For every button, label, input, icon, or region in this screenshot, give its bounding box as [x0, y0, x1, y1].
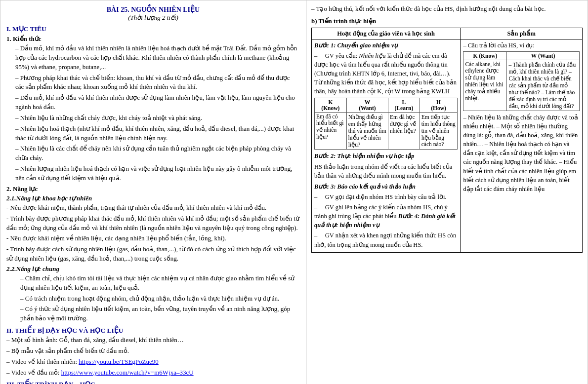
kienthuc-7: – Nhiên lượng nhiên liệu hoá thạch có hạ… — [6, 164, 300, 183]
nangluc-chung-3: – Có ý thức sử dụng nhiên liệu tiết kiệm… — [6, 305, 300, 323]
sanpham-intro: – Câu trả lời của HS, ví dụ: — [463, 41, 580, 50]
right-intro-b: b) Tiến trình thực hiện — [311, 17, 583, 26]
kwlh-table: K(Know) W(Want) L(Learn) H(How) Em đã có… — [314, 98, 458, 150]
subsection-kien-thuc: 1. Kiến thức — [6, 35, 300, 43]
step2-content: HS thảo luận trong nhóm để viết ra các h… — [314, 162, 458, 180]
kienthuc-5: – Nhiên liệu hoá thạch (như khí mỏ dầu, … — [6, 124, 300, 143]
left-column: BÀI 25. NGUỒN NHIÊN LIỆU (Thời lượng 2 t… — [0, 0, 306, 384]
page-subtitle: (Thời lượng 2 tiết) — [6, 14, 300, 22]
sanpham-inner-table: K (Know) W (Want) Các alkane, khí ethyle… — [463, 51, 580, 111]
step3-content1: – GV gọi đại diện nhóm HS trình bày câu … — [314, 192, 458, 201]
sp-k-header: K (Know) — [463, 51, 507, 60]
section-muc-tieu: I. MỤC TIÊU — [6, 25, 300, 33]
sub-subsection-chung: 2.2.Năng lực chung — [6, 265, 300, 273]
right-intro-text: – Tạo hứng thú, kết nối với kiến thức đã… — [311, 4, 583, 14]
thietbi-3: – Video về khí thiên nhiên: https://yout… — [6, 357, 300, 367]
subsection-nang-luc: 2. Năng lực — [6, 185, 300, 193]
sp-w-header: W (Want) — [507, 51, 580, 60]
thietbi-4: – Video về dầu mỏ: https://www.youtube.c… — [6, 368, 300, 378]
kwlh-row: Em đã có hiểu biết gì về nhiên liệu? Nhữ… — [314, 113, 457, 150]
kwlh-k-cell: Em đã có hiểu biết gì về nhiên liệu? — [314, 113, 346, 150]
activity-table: Hoạt động của giáo viên và học sinh Sản … — [311, 28, 583, 253]
kwlh-h-cell: Em tiếp tục tìm hiểu thông tin về nhiên … — [420, 113, 458, 150]
step4-content: – GV nhận xét và khen ngợi những kiến th… — [314, 231, 458, 249]
sp-row: Các alkane, khí ethylene được sử dụng là… — [463, 60, 580, 111]
kienthuc-3: – Dầu mỏ, khí mỏ dầu và khí thiên nhiên … — [6, 93, 300, 112]
sp-w-cell: – Thành phần chính của dầu mỏ, khí thiên… — [507, 60, 580, 111]
section-thiet-bi: II. THIẾT BỊ DẠY HỌC VÀ HỌC LIỆU — [6, 326, 300, 335]
step1-title: Bước 1: Chuyển giao nhiệm vụ — [314, 41, 458, 50]
table-row-main: Bước 1: Chuyển giao nhiệm vụ – GV yêu cầ… — [311, 39, 582, 252]
section-tien-trinh: III. TIẾN TRÌNH DẠY – HỌC — [6, 380, 300, 384]
nangluc-chung-2: – Có trách nhiệm trong hoạt động nhóm, c… — [6, 294, 300, 304]
thietbi-2: – Bộ mẫu vật sản phẩm chế biến từ dầu mỏ… — [6, 346, 300, 356]
step3-title: Bước 3: Báo cáo kết quả và thảo luận — [314, 182, 458, 191]
step3-content2: – GV ghi lên bảng các ý kiến của nhóm HS… — [314, 203, 458, 230]
kwlh-k-header: K(Know) — [314, 98, 346, 113]
hoat-dong-cell: Bước 1: Chuyển giao nhiệm vụ – GV yêu cầ… — [311, 39, 460, 252]
sp-k-cell: Các alkane, khí ethylene được sử dụng là… — [463, 60, 507, 111]
nangluc-chung-1: – Chăm chỉ, chịu khó tìm tòi tài liệu và… — [6, 274, 300, 293]
kwlh-l-header: L(Learn) — [388, 98, 420, 113]
sub-subsection-khtn: 2.1.Năng lực khoa học tự nhiên — [6, 194, 300, 202]
kienthuc-2: – Phương pháp khai thác và chế biến: kho… — [6, 74, 300, 92]
kienthuc-4: – Nhiên liệu là những chất cháy được, kh… — [6, 114, 300, 123]
sanpham-extra: – Nhiên liệu là những chất cháy được và … — [463, 113, 580, 193]
table-header-hoat-dong: Hoạt động của giáo viên và học sinh — [311, 28, 460, 39]
thietbi-1: – Một số hình ảnh: Gỗ, than đá, xăng, dầ… — [6, 336, 300, 345]
table-header-san-pham: Sản phẩm — [461, 28, 583, 39]
kwlh-w-header: W(Want) — [346, 98, 388, 113]
kienthuc-1: – Dầu mỏ, khí mỏ dầu và khí thiên nhiên … — [6, 44, 300, 72]
nangluc-1: - Nêu được khái niệm, thành phần, trạng … — [6, 203, 300, 213]
link-khi-thien-nhien[interactable]: https://youtu.be/TSEgPoZue90 — [79, 358, 158, 365]
link-dau-mo[interactable]: https://www.youtube.com/watch?v=m6Wjxa–3… — [61, 369, 194, 376]
nangluc-3: - Nêu được khái niệm về nhiên liệu, các … — [6, 234, 300, 243]
right-column: – Tạo hứng thú, kết nối với kiến thức đã… — [306, 0, 588, 384]
nangluc-2: - Trình bày được phương pháp khai thác d… — [6, 214, 300, 233]
kwlh-h-header: H(How) — [420, 98, 458, 113]
kwlh-w-cell: Những điều gì em thấy hứng thú và muốn t… — [346, 113, 388, 150]
page-title: BÀI 25. NGUỒN NHIÊN LIỆU — [6, 5, 300, 14]
step1-content: – GV yêu cầu: Nhiên liệu là chủ đề mà cá… — [314, 51, 458, 96]
kwlh-l-cell: Em đã học được gì về nhiên liệu? — [388, 113, 420, 150]
san-pham-cell: – Câu trả lời của HS, ví dụ: K (Know) W … — [461, 39, 583, 252]
kienthuc-6: – Nhiên liệu là các chất để cháy nên khi… — [6, 144, 300, 163]
step2-title: Bước 2: Thực hiện nhiệm vụ học tập — [314, 152, 458, 160]
nangluc-4: - Trình bày được cách sử dụng nhiên liệu… — [6, 245, 300, 264]
